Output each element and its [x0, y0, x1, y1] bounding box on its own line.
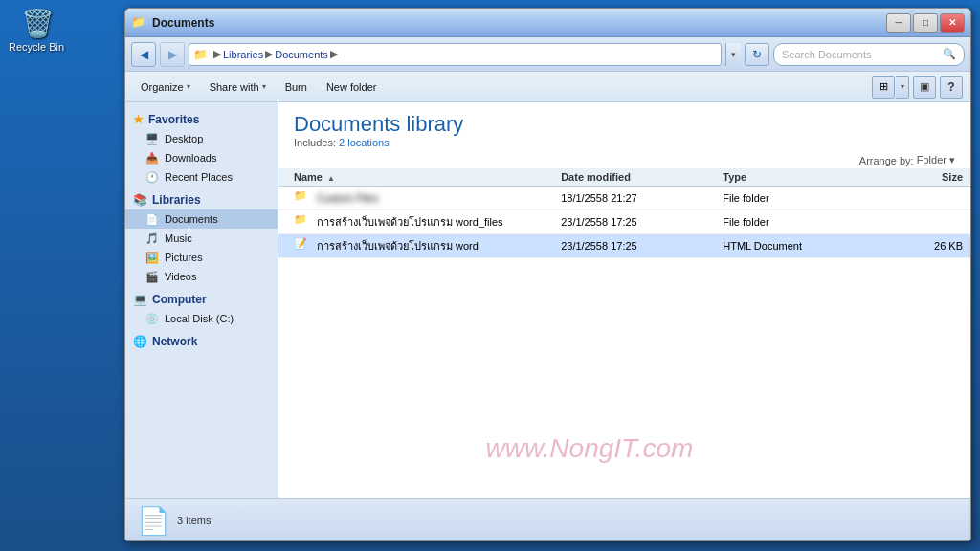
organize-button[interactable]: Organize ▾	[133, 76, 198, 99]
back-button[interactable]: ◀	[131, 42, 156, 67]
computer-header[interactable]: 💻 Computer	[125, 290, 278, 309]
new-folder-button[interactable]: New folder	[319, 76, 385, 99]
file-type-cell: File folder	[715, 192, 877, 204]
share-button[interactable]: Share with ▾	[202, 76, 274, 99]
folder-icon: 📁	[294, 213, 311, 231]
window-icon: 📁	[131, 15, 146, 31]
computer-section: 💻 Computer 💿 Local Disk (C:)	[125, 290, 278, 328]
downloads-label: Downloads	[165, 152, 216, 164]
sidebar-item-downloads[interactable]: 📥 Downloads	[125, 148, 278, 167]
file-name-cell: 📝 การสร้างเว็บเพจด้วยโปรแกรม word	[278, 237, 553, 254]
search-box[interactable]: Search Documents 🔍	[773, 43, 965, 66]
column-header-size[interactable]: Size	[877, 171, 970, 183]
file-name: การสร้างเว็บเพจด้วยโปรแกรม word	[317, 237, 479, 254]
file-name-cell: 📁 การสร้างเว็บเพจด้วยโปรแกรม word_files	[278, 213, 553, 231]
main-content: Documents library Includes: 2 locations …	[278, 102, 970, 498]
table-row[interactable]: 📁 Custom Files 18/1/2558 21:27 File fold…	[278, 187, 970, 210]
folder-icon: 📁	[294, 189, 311, 207]
file-name-cell: 📁 Custom Files	[278, 189, 553, 207]
documents-icon: 📄	[145, 211, 160, 227]
file-size-cell: 26 KB	[877, 240, 970, 252]
recycle-bin-label: Recycle Bin	[9, 41, 64, 53]
share-dropdown-arrow: ▾	[262, 82, 266, 91]
file-type-cell: File folder	[715, 216, 877, 228]
new-folder-label: New folder	[326, 81, 377, 93]
arrange-label: Arrange by:	[859, 155, 914, 166]
sidebar-item-recent-places[interactable]: 🕐 Recent Places	[125, 167, 278, 187]
network-label: Network	[152, 335, 197, 348]
file-date-cell: 23/1/2558 17:25	[553, 240, 715, 252]
maximize-button[interactable]: □	[913, 13, 938, 33]
file-list-header: Name ▲ Date modified Type Size	[278, 168, 970, 187]
network-header[interactable]: 🌐 Network	[125, 332, 278, 351]
file-type-cell: HTML Document	[715, 240, 877, 252]
content-area: ★ Favorites 🖥️ Desktop 📥 Downloads 🕐 Rec…	[125, 102, 970, 498]
file-name: การสร้างเว็บเพจด้วยโปรแกรม word_files	[317, 213, 503, 231]
view-mode-dropdown[interactable]: ▾	[896, 76, 909, 99]
sidebar-item-music[interactable]: 🎵 Music	[125, 229, 278, 248]
file-date-cell: 23/1/2558 17:25	[553, 216, 715, 228]
view-mode-button[interactable]: ⊞	[872, 76, 895, 99]
network-section: 🌐 Network	[125, 332, 278, 351]
libraries-section: 📚 Libraries 📄 Documents 🎵 Music 🖼️ Pictu…	[125, 190, 278, 286]
includes-label: Includes:	[294, 137, 336, 148]
address-bar[interactable]: 📁 ▶ Libraries ▶ Documents ▶	[189, 43, 722, 66]
main-header: Documents library Includes: 2 locations	[278, 102, 970, 152]
forward-button[interactable]: ▶	[160, 42, 185, 67]
favorites-label: Favorites	[148, 113, 199, 126]
recycle-bin-icon[interactable]: 🗑️ Recycle Bin	[8, 8, 65, 53]
libraries-folder-icon: 📚	[133, 193, 147, 207]
minimize-button[interactable]: ─	[886, 13, 911, 33]
column-header-type[interactable]: Type	[715, 171, 877, 183]
organize-label: Organize	[141, 81, 184, 93]
downloads-icon: 📥	[145, 150, 160, 165]
sidebar: ★ Favorites 🖥️ Desktop 📥 Downloads 🕐 Rec…	[125, 102, 278, 498]
sort-arrow-icon: ▲	[327, 174, 335, 183]
item-count: 3 items	[177, 515, 211, 526]
refresh-button[interactable]: ↻	[745, 43, 769, 66]
file-date: 23/1/2558 17:25	[561, 240, 637, 252]
toolbar: Organize ▾ Share with ▾ Burn New folder …	[125, 72, 970, 102]
burn-button[interactable]: Burn	[278, 76, 315, 99]
sidebar-item-local-disk[interactable]: 💿 Local Disk (C:)	[125, 309, 278, 328]
column-header-name[interactable]: Name ▲	[278, 171, 553, 183]
column-header-date[interactable]: Date modified	[553, 171, 715, 183]
videos-label: Videos	[165, 271, 196, 282]
recent-places-label: Recent Places	[165, 171, 233, 183]
libraries-header[interactable]: 📚 Libraries	[125, 190, 278, 209]
address-documents: Documents	[275, 49, 328, 60]
sidebar-item-videos[interactable]: 🎬 Videos	[125, 267, 278, 286]
close-button[interactable]: ✕	[940, 13, 965, 33]
status-bar: 📄 3 items	[125, 498, 970, 540]
libraries-label: Libraries	[152, 193, 201, 207]
help-button[interactable]: ?	[940, 76, 963, 99]
burn-label: Burn	[285, 81, 307, 93]
pictures-icon: 🖼️	[145, 250, 160, 265]
favorites-header[interactable]: ★ Favorites	[125, 110, 278, 129]
locations-link[interactable]: 2 locations	[339, 137, 390, 148]
documents-label: Documents	[165, 213, 218, 225]
organize-dropdown-arrow: ▾	[187, 82, 190, 91]
file-date: 18/1/2558 21:27	[561, 192, 637, 204]
title-bar-buttons: ─ □ ✕	[886, 13, 965, 33]
window-title: Documents	[152, 16, 886, 30]
favorites-section: ★ Favorites 🖥️ Desktop 📥 Downloads 🕐 Rec…	[125, 110, 278, 187]
table-row[interactable]: 📝 การสร้างเว็บเพจด้วยโปรแกรม word 23/1/2…	[278, 234, 970, 258]
arrange-value[interactable]: Folder ▾	[917, 154, 955, 166]
arrange-bar: Arrange by: Folder ▾	[278, 152, 970, 168]
preview-pane-button[interactable]: ▣	[913, 76, 936, 99]
file-date-cell: 18/1/2558 21:27	[553, 192, 715, 204]
desktop-icon-small: 🖥️	[145, 131, 160, 146]
file-date: 23/1/2558 17:25	[561, 216, 637, 228]
address-libraries: Libraries	[223, 49, 263, 60]
address-dropdown-button[interactable]: ▾	[725, 43, 741, 66]
local-disk-label: Local Disk (C:)	[165, 313, 234, 324]
sidebar-item-pictures[interactable]: 🖼️ Pictures	[125, 248, 278, 267]
sidebar-item-desktop[interactable]: 🖥️ Desktop	[125, 129, 278, 148]
computer-icon: 💻	[133, 293, 147, 306]
explorer-window: 📁 Documents ─ □ ✕ ◀ ▶ 📁 ▶ Libraries ▶ Do…	[124, 8, 971, 541]
library-subtitle: Includes: 2 locations	[294, 137, 955, 148]
table-row[interactable]: 📁 การสร้างเว็บเพจด้วยโปรแกรม word_files …	[278, 210, 970, 234]
sidebar-item-documents[interactable]: 📄 Documents	[125, 209, 278, 229]
music-label: Music	[165, 232, 192, 244]
